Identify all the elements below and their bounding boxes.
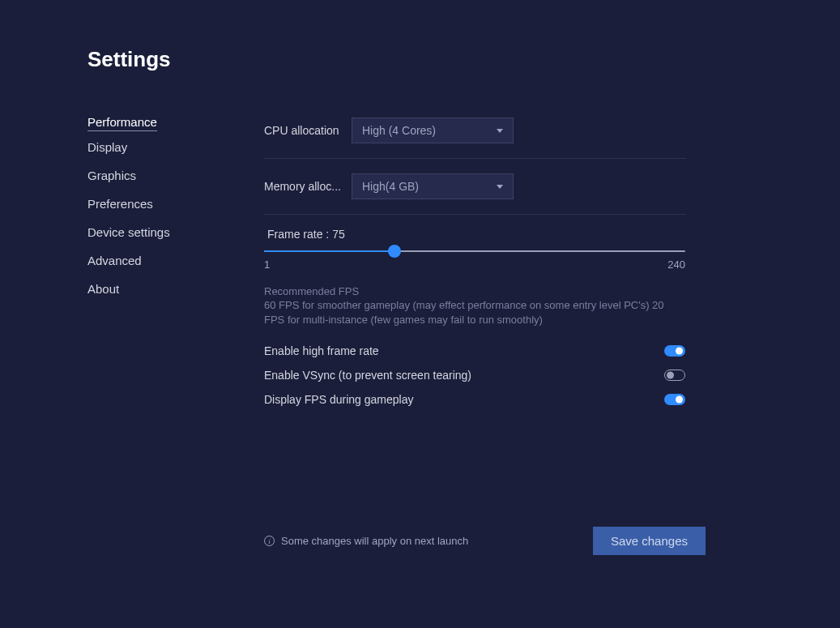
frame-rate-min: 1	[264, 258, 270, 271]
vsync-label: Enable VSync (to prevent screen tearing)	[264, 369, 471, 382]
cpu-allocation-value: High (4 Cores)	[362, 124, 436, 137]
vsync-toggle[interactable]	[664, 370, 685, 381]
sidebar-item-preferences[interactable]: Preferences	[87, 191, 240, 216]
page-title: Settings	[87, 47, 840, 72]
display-fps-toggle[interactable]	[664, 394, 685, 405]
frame-rate-slider[interactable]	[264, 244, 685, 254]
sidebar: Performance Display Graphics Preferences…	[87, 109, 240, 412]
high-frame-rate-label: Enable high frame rate	[264, 344, 379, 357]
recommended-fps-title: Recommended FPS	[264, 285, 686, 297]
display-fps-label: Display FPS during gameplay	[264, 393, 413, 406]
recommended-fps-text: 60 FPS for smoother gameplay (may effect…	[264, 298, 685, 327]
high-frame-rate-toggle[interactable]	[664, 345, 685, 357]
chevron-down-icon	[497, 129, 503, 133]
frame-rate-max: 240	[667, 258, 685, 271]
info-icon: i	[264, 536, 275, 546]
footer-info: i Some changes will apply on next launch	[264, 535, 468, 547]
save-changes-button[interactable]: Save changes	[593, 527, 706, 555]
memory-allocation-value: High(4 GB)	[362, 180, 419, 193]
sidebar-item-device-settings[interactable]: Device settings	[87, 220, 240, 245]
chevron-down-icon	[497, 185, 503, 189]
cpu-allocation-select[interactable]: High (4 Cores)	[352, 117, 514, 143]
slider-thumb[interactable]	[388, 245, 401, 258]
sidebar-item-display[interactable]: Display	[87, 135, 240, 160]
memory-allocation-label: Memory alloc...	[264, 180, 352, 193]
sidebar-item-graphics[interactable]: Graphics	[87, 163, 240, 188]
cpu-allocation-label: CPU allocation	[264, 124, 352, 137]
memory-allocation-select[interactable]: High(4 GB)	[352, 173, 514, 199]
sidebar-item-performance[interactable]: Performance	[87, 109, 157, 131]
main-content: CPU allocation High (4 Cores) Memory all…	[240, 109, 840, 412]
sidebar-item-advanced[interactable]: Advanced	[87, 248, 240, 273]
footer-info-text: Some changes will apply on next launch	[281, 535, 468, 547]
sidebar-item-about[interactable]: About	[87, 276, 240, 301]
frame-rate-label: Frame rate : 75	[267, 228, 686, 241]
